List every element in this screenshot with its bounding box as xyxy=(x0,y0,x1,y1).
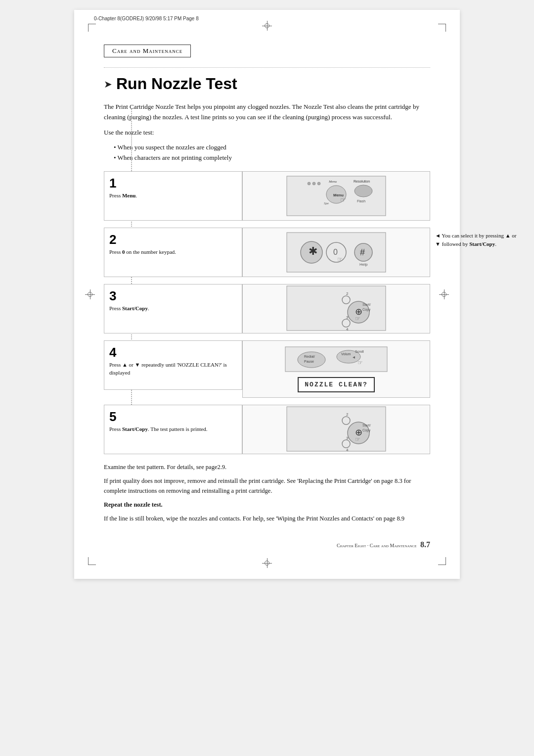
svg-text:Flash: Flash xyxy=(357,199,365,203)
step-row-3: 3 Press Start/Copy. 2 ⊕ xyxy=(104,284,430,333)
bullet-item-1: When you suspect the nozzles are clogged xyxy=(114,142,430,153)
footer-label: Chapter Eight · Care and Maintenance xyxy=(337,543,417,548)
page-title: Run Nozzle Test xyxy=(116,75,237,93)
svg-rect-41 xyxy=(287,407,386,451)
svg-text:Copy: Copy xyxy=(362,308,371,312)
bullet-list: When you suspect the nozzles are clogged… xyxy=(114,142,430,163)
chapter-header-text: Care and Maintenance xyxy=(112,47,182,54)
print-header: 0-Chapter 8(GODREJ) 9/20/98 5:17 PM Page… xyxy=(94,16,440,21)
svg-rect-21 xyxy=(287,286,386,331)
step-3-svg: 2 ⊕ Start/ Copy 3 xyxy=(282,285,391,332)
reg-mark-bottom-right xyxy=(438,557,446,565)
step-2-left: 2 Press 0 on the number keypad. xyxy=(104,228,242,277)
step-4-number: 4 xyxy=(109,346,235,359)
step-row-1: 1 Press Menu. Menu Res xyxy=(104,171,430,221)
step-2-svg: ✱ 0 ☞ # Help xyxy=(282,230,391,275)
step-2-instruction: Press 0 on the number keypad. xyxy=(109,248,235,256)
step-1-left: 1 Press Menu. xyxy=(104,171,242,221)
bottom-para-1: Examine the test pattern. For details, s… xyxy=(104,462,430,472)
crosshair-bottom xyxy=(262,558,272,568)
intro-use-label: Use the nozzle test: xyxy=(104,128,430,138)
svg-text:✱: ✱ xyxy=(309,245,317,257)
step-row-2: 2 Press 0 on the number keypad. ✱ 0 xyxy=(104,228,430,277)
step-5-left: 5 Press Start/Copy. The test pattern is … xyxy=(104,405,242,454)
step-3-left: 3 Press Start/Copy. xyxy=(104,284,242,333)
step-1-instruction: Press Menu. xyxy=(109,191,235,200)
step-2-image: ✱ 0 ☞ # Help xyxy=(242,228,430,277)
svg-text:2: 2 xyxy=(346,291,349,296)
svg-point-2 xyxy=(312,182,315,185)
footer-page: 8.7 xyxy=(420,540,430,549)
svg-text:Start/: Start/ xyxy=(362,424,371,427)
svg-point-8 xyxy=(355,185,372,197)
step-5-image: 2 ⊕ Start/ Copy 3 4 ☞ xyxy=(242,405,430,454)
step-4-image: Redial/ Pause Volum Scroll ◂ ☞ NOZZLE CL… xyxy=(242,340,430,398)
svg-text:Redial/: Redial/ xyxy=(304,355,315,358)
step-5-svg: 2 ⊕ Start/ Copy 3 4 ☞ xyxy=(282,406,391,453)
svg-text:2: 2 xyxy=(346,412,349,417)
svg-text:◂: ◂ xyxy=(353,354,355,360)
svg-text:☞: ☞ xyxy=(337,256,343,263)
svg-text:Help: Help xyxy=(359,262,368,267)
bottom-para-3: Repeat the nozzle test. xyxy=(104,500,430,510)
svg-text:Scroll: Scroll xyxy=(355,350,364,353)
left-dotted-border xyxy=(131,109,132,450)
svg-text:0: 0 xyxy=(333,248,338,256)
header-text: 0-Chapter 8(GODREJ) 9/20/98 5:17 PM Page… xyxy=(94,16,199,21)
step-2-number: 2 xyxy=(109,233,235,246)
step-4-svg-top: Redial/ Pause Volum Scroll ◂ ☞ xyxy=(284,346,388,373)
step-1-number: 1 xyxy=(109,177,235,189)
svg-text:☞: ☞ xyxy=(340,196,347,204)
steps-area: 1 Press Menu. Menu Res xyxy=(104,171,430,454)
step-4-left: 4 Press ▲ or ▼ repeatedly until 'NOZZLE … xyxy=(104,340,242,390)
step-3-image: 2 ⊕ Start/ Copy 3 xyxy=(242,284,430,333)
svg-text:Copy: Copy xyxy=(362,428,371,432)
svg-text:Resolution: Resolution xyxy=(354,180,370,183)
step-5-number: 5 xyxy=(109,410,235,423)
step-1-image: Menu Resolution Menu Spe Flash ☞ xyxy=(242,171,430,221)
chapter-header-box: Care and Maintenance xyxy=(104,45,191,57)
arrow-marker: ➤ xyxy=(104,78,112,90)
page-footer: Chapter Eight · Care and Maintenance 8.7 xyxy=(104,538,430,549)
svg-text:4: 4 xyxy=(346,448,349,452)
page: 0-Chapter 8(GODREJ) 9/20/98 5:17 PM Page… xyxy=(74,10,460,579)
intro-para1: The Print Cartridge Nozzle Test helps yo… xyxy=(104,102,430,123)
svg-text:Spe: Spe xyxy=(324,201,329,205)
svg-text:☞: ☞ xyxy=(355,436,360,443)
crosshair-left xyxy=(85,289,95,299)
reg-mark-bottom-left xyxy=(88,557,96,565)
svg-text:☞: ☞ xyxy=(355,315,360,322)
svg-point-1 xyxy=(308,182,311,185)
bullet-item-2: When characters are not printing complet… xyxy=(114,153,430,163)
svg-text:Menu: Menu xyxy=(328,180,337,184)
step-1-svg: Menu Resolution Menu Spe Flash ☞ xyxy=(282,174,391,218)
step-row-4: 4 Press ▲ or ▼ repeatedly until 'NOZZLE … xyxy=(104,340,430,398)
bottom-para-2: If print quality does not improve, remov… xyxy=(104,476,430,496)
crosshair-top xyxy=(262,21,272,31)
page-title-area: ➤ Run Nozzle Test xyxy=(104,67,430,93)
step-3-instruction: Press Start/Copy. xyxy=(109,304,235,313)
svg-text:#: # xyxy=(360,247,365,257)
step-4-instruction: Press ▲ or ▼ repeatedly until 'NOZZLE CL… xyxy=(109,361,235,377)
bottom-para-4: If the line is still broken, wipe the no… xyxy=(104,514,430,523)
svg-text:Start/: Start/ xyxy=(362,303,371,306)
step-3-number: 3 xyxy=(109,289,235,302)
step-row-5: 5 Press Start/Copy. The test pattern is … xyxy=(104,405,430,454)
svg-text:Pause: Pause xyxy=(304,360,314,363)
svg-text:Volum: Volum xyxy=(341,352,351,356)
step-5-instruction: Press Start/Copy. The test pattern is pr… xyxy=(109,425,235,433)
svg-point-3 xyxy=(317,182,320,185)
crosshair-right xyxy=(439,289,449,299)
svg-text:4: 4 xyxy=(346,327,349,331)
reg-mark-top-left xyxy=(88,24,96,32)
reg-mark-top-right xyxy=(438,24,446,32)
step-2-note: ◄ You can select it by pressing ▲ or▼ fo… xyxy=(435,232,527,248)
svg-text:☞: ☞ xyxy=(357,359,363,366)
nozzle-display: NOZZLE CLEAN? xyxy=(298,377,374,392)
